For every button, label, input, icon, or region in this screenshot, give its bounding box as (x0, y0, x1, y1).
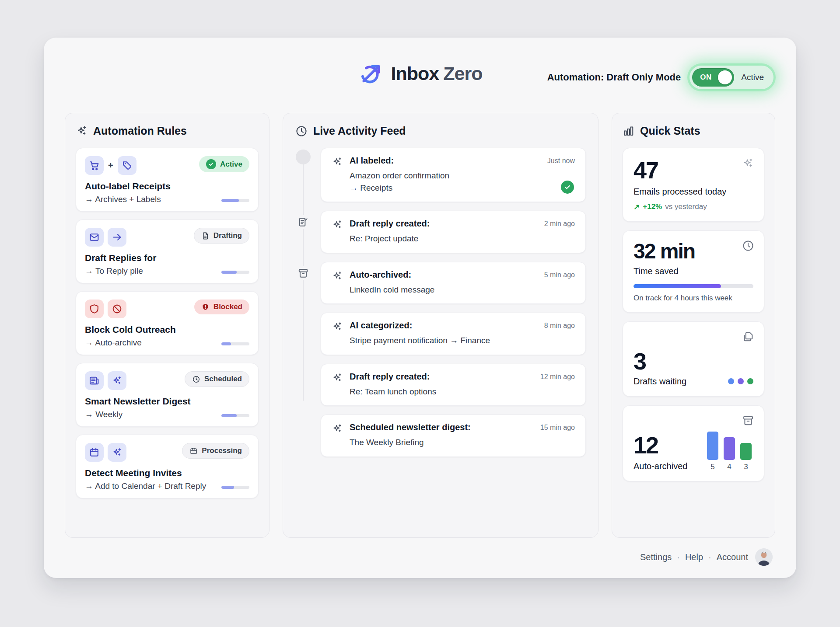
stat-delta: ↗ +12% vs yesterday (634, 202, 753, 212)
automation-toggle[interactable]: ON Active (690, 66, 774, 89)
feed-card-draft-reply-2[interactable]: Draft reply created: 12 min ago Re: Team… (321, 364, 586, 406)
timeline-node-icon (296, 150, 311, 164)
rule-card-detect-meeting-invites[interactable]: Processing Detect Meeting Invites → Add … (76, 435, 259, 498)
file-text-icon (201, 232, 210, 240)
mail-icon (85, 228, 104, 247)
copy-icon (742, 331, 754, 343)
automation-mode-label: Automation: Draft Only Mode (547, 72, 681, 83)
shield-alert-icon (201, 303, 210, 311)
feed-item: Scheduled newsletter digest: 15 min ago … (295, 415, 586, 457)
sparkles-icon (332, 321, 343, 332)
ban-icon (108, 300, 126, 318)
toggle-on-label: ON (700, 73, 712, 82)
avatar[interactable] (755, 548, 773, 566)
auto-archived-bar-chart: 5 4 3 (707, 432, 752, 471)
bar-purple (724, 437, 735, 460)
green-dot (747, 378, 753, 384)
automation-rules-section: Automation Rules + (65, 113, 270, 538)
rule-card-smart-newsletter-digest[interactable]: Scheduled Smart Newsletter Digest → Week… (76, 363, 259, 427)
feed-card-draft-reply[interactable]: Draft reply created: 2 min ago Re: Proje… (321, 211, 586, 253)
archive-icon (742, 415, 754, 427)
sparkles-icon (332, 219, 343, 230)
separator: · (708, 552, 711, 562)
status-badge: Blocked (194, 300, 249, 314)
stat-value: 12 (634, 433, 687, 458)
purple-dot (738, 378, 744, 384)
automation-mode-control: Automation: Draft Only Mode ON Active (547, 66, 774, 89)
feed-item: Auto-archived: 5 min ago LinkedIn cold m… (295, 262, 586, 304)
feed-card-auto-archived[interactable]: Auto-archived: 5 min ago LinkedIn cold m… (321, 262, 586, 304)
feed-detail: Re: Project update (350, 233, 575, 245)
clock-icon (295, 125, 308, 137)
feed-title: AI labeled: (350, 156, 541, 166)
bar-chart-icon (623, 125, 634, 137)
stat-label: Time saved (634, 266, 753, 276)
sparkles-icon (332, 372, 343, 383)
toggle-status-label: Active (741, 73, 764, 82)
feed-card-ai-categorized[interactable]: AI categorized: 8 min ago Stripe payment… (321, 313, 586, 355)
stat-label: Drafts waiting (634, 376, 686, 387)
page-title: InboxZero (391, 63, 483, 84)
status-badge: Active (199, 156, 249, 172)
icon-joiner: + (108, 160, 113, 171)
inbox-zero-logo-icon (358, 59, 384, 87)
feed-card-scheduled-digest[interactable]: Scheduled newsletter digest: 15 min ago … (321, 415, 586, 457)
file-pen-icon (296, 215, 310, 229)
sparkles-icon (332, 156, 343, 167)
blue-dot (728, 378, 734, 384)
feed-title: AI categorized: (350, 320, 538, 331)
rule-progress (221, 271, 249, 274)
sparkles-icon (108, 371, 126, 390)
stat-card-drafts-waiting: 3 Drafts waiting (623, 321, 764, 397)
check-icon (206, 159, 216, 169)
rule-progress (221, 342, 249, 345)
stat-list: 47 Emails processed today ↗ +12% vs yest… (623, 148, 764, 481)
rule-title: Detect Meeting Invites (85, 468, 249, 478)
app-panel: InboxZero Automation: Draft Only Mode ON… (44, 38, 796, 578)
feed-card-ai-labeled[interactable]: AI labeled: Just now Amazon order confir… (321, 148, 586, 202)
dashboard-columns: Automation Rules + (65, 113, 775, 538)
clock-icon (192, 375, 200, 383)
trend-up-icon: ↗ (634, 202, 640, 212)
feed-timestamp: Just now (547, 157, 575, 165)
feed-detail: Amazon order confirmation → Receipts (350, 170, 561, 194)
stat-value: 32 min (634, 240, 753, 262)
rule-subtitle: → Archives + Labels (85, 195, 161, 204)
quick-stats-header: Quick Stats (623, 125, 764, 137)
archive-icon (296, 266, 310, 280)
rule-card-auto-label-receipts[interactable]: + Active (76, 148, 259, 212)
sparkles-icon (332, 270, 343, 282)
sparkles-icon (108, 443, 126, 462)
sparkles-icon (76, 125, 88, 137)
feed-item: Draft reply created: 2 min ago Re: Proje… (295, 211, 586, 253)
rule-card-block-cold-outreach[interactable]: Blocked Block Cold Outreach → Auto-archi… (76, 291, 259, 355)
rule-card-draft-replies[interactable]: Drafting Draft Replies for → To Reply pi… (76, 219, 259, 283)
rule-title: Block Cold Outreach (85, 324, 249, 335)
feed-item: AI labeled: Just now Amazon order confir… (295, 148, 586, 202)
rule-icons (85, 228, 126, 247)
status-badge: Drafting (194, 228, 249, 244)
toggle-switch[interactable]: ON (692, 68, 734, 87)
rule-progress (221, 486, 249, 489)
feed-detail: LinkedIn cold message (350, 284, 575, 296)
section-title: Quick Stats (640, 125, 700, 137)
toggle-knob[interactable] (718, 70, 732, 84)
separator: · (677, 552, 680, 562)
account-link[interactable]: Account (717, 552, 748, 562)
help-link[interactable]: Help (685, 552, 703, 562)
feed-title: Draft reply created: (350, 219, 538, 229)
feed-item: AI categorized: 8 min ago Stripe payment… (295, 313, 586, 355)
rule-icons: + (85, 156, 136, 175)
settings-link[interactable]: Settings (640, 552, 672, 562)
rule-title: Smart Newsletter Digest (85, 396, 249, 407)
rule-icons (85, 300, 126, 318)
rule-icons (85, 371, 126, 390)
activity-feed-section: Live Activity Feed (283, 113, 598, 538)
sparkles-icon (742, 157, 754, 169)
section-title: Automation Rules (93, 125, 187, 137)
feed-timestamp: 8 min ago (544, 322, 575, 330)
stat-value: 47 (634, 158, 753, 183)
tag-icon (118, 156, 136, 175)
bar-green (740, 443, 752, 460)
rule-progress (221, 199, 249, 202)
